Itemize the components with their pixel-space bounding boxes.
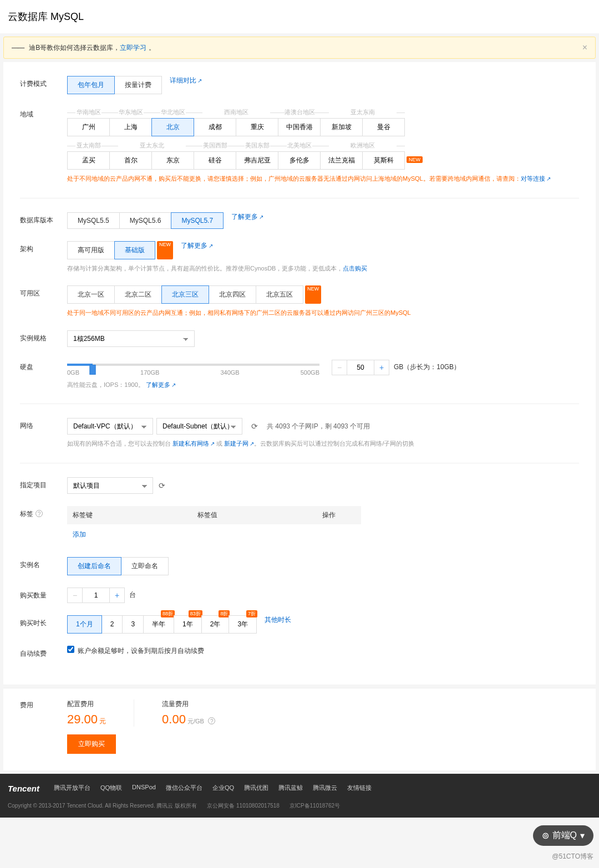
disk-minus[interactable]: −	[332, 360, 347, 375]
footer-link[interactable]: 腾讯微云	[313, 784, 337, 793]
renew-checkbox-label[interactable]: 账户余额足够时，设备到期后按月自动续费	[67, 647, 204, 655]
spec-select[interactable]: 1核256MB	[67, 330, 195, 347]
arch-buy-link[interactable]: 点击购买	[343, 265, 367, 272]
disk-input[interactable]	[347, 360, 374, 375]
help-icon[interactable]: ?	[208, 717, 215, 724]
region-group-head: 欧洲地区	[321, 140, 405, 151]
label-region: 地域	[20, 106, 67, 119]
region-上海[interactable]: 上海	[109, 118, 152, 136]
region-成都[interactable]: 成都	[194, 118, 236, 136]
duration-1年[interactable]: 1年83折	[174, 615, 202, 634]
region-新加坡[interactable]: 新加坡	[320, 118, 363, 136]
region-东京[interactable]: 东京	[151, 151, 194, 170]
region-弗吉尼亚[interactable]: 弗吉尼亚	[236, 151, 278, 170]
close-icon[interactable]: ×	[582, 43, 587, 53]
discount-badge: 83折	[189, 610, 202, 617]
tag-add[interactable]: 添加	[67, 524, 361, 545]
duration-2[interactable]: 2	[101, 615, 123, 634]
help-icon[interactable]: ?	[35, 510, 43, 517]
arch-desc: 存储与计算分离架构，单个计算节点，具有超高的性价比。推荐使用CynosDB，更多…	[67, 264, 579, 274]
disk-more[interactable]: 了解更多↗	[146, 381, 176, 388]
region-中国香港[interactable]: 中国香港	[278, 118, 321, 136]
footer-link[interactable]: 微信公众平台	[166, 784, 202, 793]
subnet-select[interactable]: Default-Subnet（默认）	[156, 418, 242, 435]
qty-input[interactable]	[83, 588, 109, 603]
region-莫斯科[interactable]: 莫斯科	[362, 151, 405, 170]
new-badge: NEW	[305, 285, 321, 304]
footer-link[interactable]: 腾讯开放平台	[54, 784, 90, 793]
dbver-more[interactable]: 了解更多↗	[231, 212, 263, 229]
new-badge: NEW	[157, 241, 173, 259]
billing-postpaid[interactable]: 按量计费	[114, 76, 162, 94]
footer-link[interactable]: DNSPod	[132, 784, 156, 793]
external-icon: ↗	[250, 441, 254, 447]
duration-3[interactable]: 3	[122, 615, 144, 634]
disk-plus[interactable]: +	[374, 360, 389, 375]
zone-北京三区[interactable]: 北京三区	[161, 285, 209, 304]
region-法兰克福[interactable]: 法兰克福	[320, 151, 363, 170]
footer-link[interactable]: 腾讯蓝鲸	[278, 784, 303, 793]
project-select[interactable]: 默认项目	[67, 477, 153, 494]
label-arch: 架构	[20, 241, 67, 254]
region-首尔[interactable]: 首尔	[109, 151, 152, 170]
tick: 500GB	[301, 369, 319, 376]
label-dbver: 数据库版本	[20, 212, 67, 225]
region-广州[interactable]: 广州	[67, 118, 110, 136]
slider-thumb[interactable]	[89, 365, 95, 375]
region-北京[interactable]: 北京	[151, 118, 194, 136]
refresh-icon[interactable]: ⟳	[251, 422, 258, 431]
footer-link[interactable]: 腾讯优图	[244, 784, 268, 793]
footer-link[interactable]: 友情链接	[347, 784, 372, 793]
region-重庆[interactable]: 重庆	[236, 118, 278, 136]
footer-link[interactable]: QQ物联	[100, 784, 122, 793]
external-icon: ↗	[171, 382, 176, 388]
new-subnet-link[interactable]: 新建子网↗	[224, 440, 254, 447]
dbver-MySQL5.6[interactable]: MySQL5.6	[119, 212, 172, 229]
peer-link[interactable]: 对等连接↗	[521, 175, 551, 182]
arch-basic[interactable]: 基础版	[114, 241, 155, 259]
renew-checkbox[interactable]	[67, 646, 74, 653]
zone-北京四区[interactable]: 北京四区	[209, 285, 256, 304]
alert-bar: — — 迪B哥教你如何选择云数据库，立即学习 。 ×	[3, 37, 596, 59]
region-孟买[interactable]: 孟买	[67, 151, 110, 170]
region-group-head: 北美地区	[278, 140, 321, 151]
footer-brand: Tencent	[8, 784, 39, 793]
duration-3年[interactable]: 3年7折	[229, 615, 257, 634]
name-later[interactable]: 创建后命名	[67, 557, 121, 575]
zone-warning: 处于同一地域不同可用区的云产品内网互通；例如，相同私有网络下的广州二区的云服务器…	[67, 308, 579, 318]
billing-detail-link[interactable]: 详细对比↗	[170, 76, 202, 94]
dbver-MySQL5.7[interactable]: MySQL5.7	[171, 212, 224, 229]
zone-北京五区[interactable]: 北京五区	[256, 285, 303, 304]
label-disk: 硬盘	[20, 359, 67, 372]
footer-link[interactable]: 企业QQ	[212, 784, 234, 793]
label-duration: 购买时长	[20, 615, 67, 628]
name-now[interactable]: 立即命名	[121, 557, 169, 575]
arch-ha[interactable]: 高可用版	[67, 241, 115, 259]
alert-link[interactable]: 立即学习	[120, 44, 146, 52]
region-硅谷[interactable]: 硅谷	[194, 151, 236, 170]
arch-more[interactable]: 了解更多↗	[181, 241, 213, 259]
region-多伦多[interactable]: 多伦多	[278, 151, 321, 170]
dbver-MySQL5.5[interactable]: MySQL5.5	[67, 212, 120, 229]
buy-button[interactable]: 立即购买	[67, 734, 116, 754]
zone-北京一区[interactable]: 北京一区	[67, 285, 115, 304]
zone-北京二区[interactable]: 北京二区	[114, 285, 162, 304]
disk-slider[interactable]	[67, 364, 319, 366]
region-曼谷[interactable]: 曼谷	[362, 118, 405, 136]
duration-2年[interactable]: 2年8折	[201, 615, 230, 634]
qty-minus[interactable]: −	[67, 588, 83, 603]
region-group-head: 华南地区	[67, 106, 110, 118]
billing-prepaid[interactable]: 包年包月	[67, 76, 115, 94]
discount-badge: 8折	[219, 610, 230, 617]
refresh-icon[interactable]: ⟳	[159, 481, 165, 490]
duration-半年[interactable]: 半年88折	[143, 615, 174, 634]
other-duration[interactable]: 其他时长	[265, 615, 291, 634]
region-group-head: 华东地区	[110, 106, 152, 118]
duration-1个月[interactable]: 1个月	[67, 615, 102, 634]
vpc-select[interactable]: Default-VPC（默认）	[67, 418, 153, 435]
region-group-head: 华北地区	[152, 106, 194, 118]
new-vpc-link[interactable]: 新建私有网络↗	[172, 440, 215, 447]
qty-plus[interactable]: +	[109, 588, 125, 603]
label-network: 网络	[20, 418, 67, 431]
col-op: 操作	[322, 510, 356, 520]
